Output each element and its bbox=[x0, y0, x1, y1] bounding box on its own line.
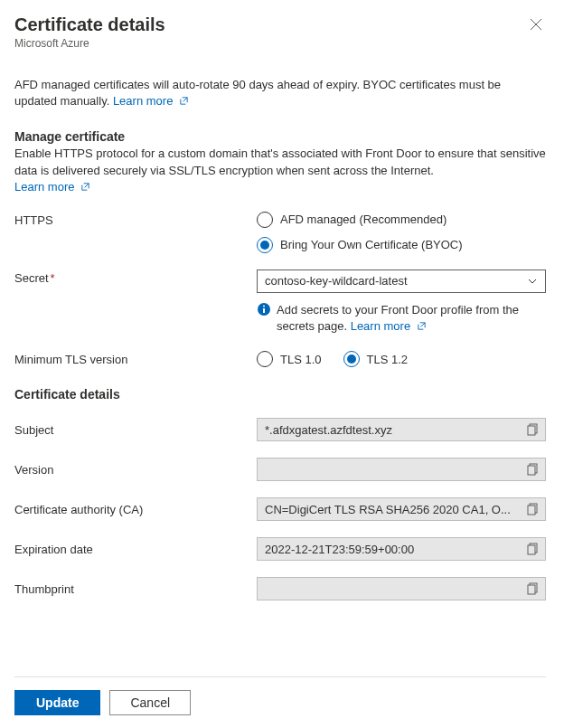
secret-select-value: contoso-key-wildcard-latest bbox=[265, 274, 408, 288]
svg-rect-12 bbox=[528, 585, 535, 594]
https-radio-managed-label: AFD managed (Recommended) bbox=[280, 213, 446, 226]
secret-select[interactable]: contoso-key-wildcard-latest bbox=[257, 269, 546, 293]
manage-desc: Enable HTTPS protocol for a custom domai… bbox=[14, 146, 546, 195]
close-icon bbox=[530, 18, 542, 31]
https-radio-byoc-label: Bring Your Own Certificate (BYOC) bbox=[280, 238, 463, 251]
tls-radio-12[interactable]: TLS 1.2 bbox=[343, 351, 409, 367]
intro-learn-more-link[interactable]: Learn more bbox=[113, 94, 189, 108]
svg-rect-8 bbox=[528, 506, 535, 515]
svg-rect-10 bbox=[528, 545, 535, 554]
thumb-field bbox=[257, 577, 546, 600]
thumb-label: Thumbprint bbox=[14, 582, 257, 596]
svg-rect-6 bbox=[528, 466, 535, 475]
https-radio-managed[interactable]: AFD managed (Recommended) bbox=[257, 212, 546, 228]
intro-body: AFD managed certificates will auto-rotat… bbox=[14, 78, 501, 108]
copy-thumb-button[interactable] bbox=[523, 579, 543, 599]
exp-field: 2022-12-21T23:59:59+00:00 bbox=[257, 537, 546, 561]
exp-value: 2022-12-21T23:59:59+00:00 bbox=[265, 543, 523, 556]
ca-field: CN=DigiCert TLS RSA SHA256 2020 CA1, O..… bbox=[257, 497, 546, 521]
details-heading: Certificate details bbox=[14, 387, 546, 402]
svg-rect-1 bbox=[263, 308, 265, 313]
https-label: HTTPS bbox=[14, 212, 257, 227]
radio-checked-icon bbox=[257, 237, 273, 253]
tls-radio-10[interactable]: TLS 1.0 bbox=[257, 351, 322, 367]
version-label: Version bbox=[14, 463, 257, 477]
tls-label: Minimum TLS version bbox=[14, 351, 257, 366]
close-button[interactable] bbox=[526, 14, 546, 34]
manage-heading: Manage certificate bbox=[14, 129, 546, 144]
radio-icon bbox=[257, 351, 273, 367]
copy-icon bbox=[527, 582, 540, 595]
intro-text: AFD managed certificates will auto-rotat… bbox=[14, 77, 546, 109]
subject-field: *.afdxgatest.azfdtest.xyz bbox=[257, 418, 546, 441]
intro-learn-more-label: Learn more bbox=[113, 94, 173, 108]
cancel-button[interactable]: Cancel bbox=[109, 690, 191, 715]
subject-label: Subject bbox=[14, 423, 257, 437]
subject-value: *.afdxgatest.azfdtest.xyz bbox=[265, 423, 523, 437]
copy-exp-button[interactable] bbox=[523, 539, 543, 559]
ca-label: Certificate authority (CA) bbox=[14, 503, 257, 516]
tls-radio-12-label: TLS 1.2 bbox=[367, 353, 409, 366]
external-link-icon bbox=[417, 321, 427, 331]
info-icon bbox=[257, 302, 271, 317]
copy-icon bbox=[527, 543, 540, 555]
page-subtitle: Microsoft Azure bbox=[14, 37, 165, 50]
copy-ca-button[interactable] bbox=[523, 499, 543, 519]
version-field bbox=[257, 458, 546, 481]
secret-label-text: Secret bbox=[14, 271, 49, 285]
secret-learn-more-link[interactable]: Learn more bbox=[351, 319, 427, 333]
copy-icon bbox=[527, 423, 540, 436]
manage-learn-more-link[interactable]: Learn more bbox=[14, 180, 90, 194]
ca-value: CN=DigiCert TLS RSA SHA256 2020 CA1, O..… bbox=[265, 503, 523, 516]
manage-desc-body: Enable HTTPS protocol for a custom domai… bbox=[14, 147, 546, 176]
update-button[interactable]: Update bbox=[14, 690, 100, 715]
https-radio-byoc[interactable]: Bring Your Own Certificate (BYOC) bbox=[257, 237, 546, 253]
svg-rect-4 bbox=[528, 426, 535, 435]
copy-icon bbox=[527, 503, 540, 515]
external-link-icon bbox=[179, 96, 189, 106]
tls-radio-10-label: TLS 1.0 bbox=[280, 353, 322, 366]
exp-label: Expiration date bbox=[14, 543, 257, 556]
secret-learn-more-label: Learn more bbox=[351, 319, 410, 333]
chevron-down-icon bbox=[527, 276, 538, 287]
required-indicator: * bbox=[51, 271, 55, 285]
radio-icon bbox=[257, 212, 273, 228]
external-link-icon bbox=[80, 182, 90, 192]
copy-icon bbox=[527, 463, 540, 476]
svg-point-2 bbox=[263, 305, 265, 307]
secret-label: Secret* bbox=[14, 269, 257, 285]
manage-learn-more-label: Learn more bbox=[14, 180, 74, 194]
copy-subject-button[interactable] bbox=[523, 420, 543, 440]
secret-info-text: Add secrets to your Front Door profile f… bbox=[277, 302, 546, 335]
copy-version-button[interactable] bbox=[523, 459, 543, 479]
radio-checked-icon bbox=[343, 351, 360, 367]
page-title: Certificate details bbox=[14, 14, 165, 35]
